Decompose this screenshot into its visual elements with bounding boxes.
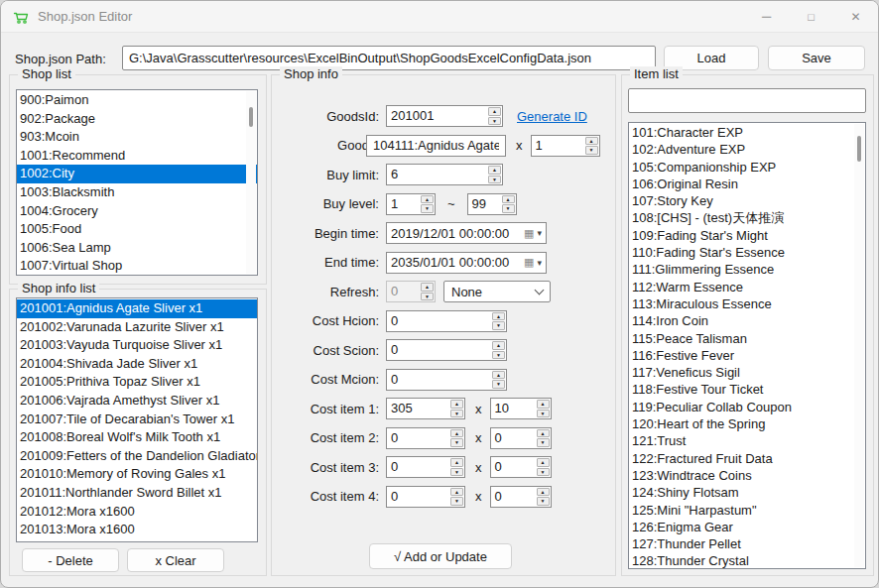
- list-item[interactable]: 1007:Virtual Shop: [17, 257, 257, 276]
- scrollbar-track[interactable]: [854, 124, 864, 567]
- list-item[interactable]: 124:Shiny Flotsam: [629, 484, 865, 501]
- spin-down-icon[interactable]: ▼: [537, 468, 550, 477]
- spin-down-icon[interactable]: ▼: [537, 410, 550, 418]
- list-item[interactable]: 1006:Sea Lamp: [17, 239, 257, 258]
- list-item[interactable]: 114:Iron Coin: [629, 312, 865, 329]
- spin-up-icon[interactable]: ▲: [492, 371, 505, 380]
- cost-item-4-count-spinner[interactable]: 0 ▲▼: [490, 486, 552, 508]
- spin-down-icon[interactable]: ▼: [492, 321, 505, 330]
- list-item[interactable]: 105:Companionship EXP: [629, 159, 865, 176]
- cost-item-3-id-spinner[interactable]: 0 ▲▼: [386, 456, 465, 478]
- list-item[interactable]: 201007:Tile of Decarabian's Tower x1: [17, 411, 257, 429]
- list-item[interactable]: 1003:Blacksmith: [17, 183, 257, 202]
- refresh-mode-dropdown[interactable]: None: [443, 281, 551, 302]
- list-item[interactable]: 108:[CHS] - (test)天体推演: [629, 209, 865, 226]
- spin-down-icon[interactable]: ▼: [450, 410, 463, 418]
- spin-up-icon[interactable]: ▲: [492, 341, 505, 350]
- list-item[interactable]: 201012:Mora x1600: [17, 503, 257, 522]
- cost-mcion-spinner[interactable]: 0 ▲▼: [386, 369, 507, 391]
- goodsid-spinner[interactable]: 201001 ▲▼: [386, 105, 503, 127]
- spin-up-icon[interactable]: ▲: [537, 429, 550, 438]
- list-item[interactable]: 201013:Mora x1600: [17, 521, 257, 539]
- buy-limit-spinner[interactable]: 6 ▲▼: [386, 164, 503, 185]
- dropdown-arrow-icon[interactable]: ▾: [537, 258, 542, 268]
- list-item[interactable]: 119:Peculiar Collab Coupon: [629, 399, 865, 415]
- list-item[interactable]: 110:Fading Star's Essence: [629, 244, 865, 261]
- list-item[interactable]: 127:Thunder Pellet: [629, 535, 865, 552]
- list-item[interactable]: 121:Trust: [629, 432, 865, 449]
- delete-button[interactable]: - Delete: [22, 548, 119, 572]
- goods-input[interactable]: [366, 135, 506, 157]
- list-item[interactable]: 1004:Grocery: [17, 202, 257, 221]
- maximize-button[interactable]: □: [789, 1, 833, 32]
- dropdown-arrow-icon[interactable]: ▾: [537, 228, 542, 238]
- buy-level-max-spinner[interactable]: 99 ▲▼: [467, 193, 517, 215]
- spin-up-icon[interactable]: ▲: [488, 166, 501, 175]
- spin-down-icon[interactable]: ▼: [537, 438, 550, 447]
- cost-hcion-spinner[interactable]: 0 ▲▼: [386, 310, 507, 332]
- spin-down-icon[interactable]: ▼: [502, 204, 515, 213]
- shop-listbox[interactable]: 900:Paimon902:Package903:Mcoin1001:Recom…: [16, 89, 258, 276]
- list-item[interactable]: 109:Fading Star's Might: [629, 227, 865, 244]
- scrollbar-thumb[interactable]: [249, 107, 253, 127]
- list-item[interactable]: 111:Glimmering Essence: [629, 261, 865, 278]
- list-item[interactable]: 112:Warm Essence: [629, 279, 865, 295]
- spin-down-icon[interactable]: ▼: [492, 380, 505, 389]
- list-item[interactable]: 122:Fractured Fruit Data: [629, 450, 865, 467]
- spin-down-icon[interactable]: ▼: [450, 497, 463, 506]
- spin-up-icon[interactable]: ▲: [537, 458, 550, 467]
- list-item[interactable]: 201005:Prithiva Topaz Sliver x1: [17, 373, 257, 392]
- spin-up-icon[interactable]: ▲: [488, 107, 501, 116]
- list-item[interactable]: 201010:Memory of Roving Gales x1: [17, 465, 257, 484]
- list-item[interactable]: 115:Peace Talisman: [629, 330, 865, 347]
- spin-up-icon[interactable]: ▲: [537, 488, 550, 497]
- cost-item-1-count-spinner[interactable]: 10 ▲▼: [490, 398, 552, 419]
- list-item[interactable]: 116:Festive Fever: [629, 347, 865, 364]
- spin-up-icon[interactable]: ▲: [421, 283, 434, 292]
- list-item[interactable]: 902:Package: [17, 110, 257, 129]
- shop-info-listbox[interactable]: 201001:Agnidus Agate Sliver x1201002:Var…: [16, 297, 258, 542]
- cost-item-2-count-spinner[interactable]: 0 ▲▼: [490, 427, 552, 449]
- list-item[interactable]: 201008:Boreal Wolf's Milk Tooth x1: [17, 428, 257, 447]
- generate-id-link[interactable]: Generate ID: [517, 109, 587, 124]
- list-item[interactable]: 201004:Shivada Jade Sliver x1: [17, 355, 257, 374]
- clear-button[interactable]: x Clear: [127, 548, 224, 572]
- spin-up-icon[interactable]: ▲: [585, 137, 598, 146]
- spin-down-icon[interactable]: ▼: [450, 468, 463, 477]
- spin-down-icon[interactable]: ▼: [492, 351, 505, 360]
- spin-up-icon[interactable]: ▲: [537, 400, 550, 409]
- list-item[interactable]: 125:Mini "Harpastum": [629, 502, 865, 519]
- spin-up-icon[interactable]: ▲: [492, 312, 505, 321]
- list-item[interactable]: 118:Festive Tour Ticket: [629, 381, 865, 398]
- title-bar[interactable]: Shop.json Editor ─ □ ✕: [1, 1, 878, 33]
- end-time-picker[interactable]: 2035/01/01 00:00:00 ▦ ▾: [386, 252, 547, 274]
- path-input[interactable]: [122, 46, 656, 70]
- list-item[interactable]: 201011:Northlander Sword Billet x1: [17, 484, 257, 503]
- cost-scion-spinner[interactable]: 0 ▲▼: [386, 339, 507, 361]
- close-button[interactable]: ✕: [833, 1, 878, 32]
- begin-time-picker[interactable]: 2019/12/01 00:00:00 ▦ ▾: [386, 222, 547, 244]
- list-item[interactable]: 900:Paimon: [17, 91, 257, 110]
- spin-up-icon[interactable]: ▲: [450, 458, 463, 467]
- spin-up-icon[interactable]: ▲: [450, 400, 463, 409]
- minimize-button[interactable]: ─: [744, 1, 789, 32]
- list-item[interactable]: 102:Adventure EXP: [629, 141, 865, 158]
- cost-item-1-id-spinner[interactable]: 305 ▲▼: [386, 398, 465, 419]
- cost-item-2-id-spinner[interactable]: 0 ▲▼: [386, 427, 465, 449]
- spin-down-icon[interactable]: ▼: [421, 204, 434, 213]
- list-item[interactable]: 101:Character EXP: [629, 124, 865, 141]
- list-item[interactable]: 120:Heart of the Spring: [629, 415, 865, 432]
- spin-down-icon[interactable]: ▼: [488, 176, 501, 184]
- cost-item-4-id-spinner[interactable]: 0 ▲▼: [386, 486, 465, 508]
- spin-down-icon[interactable]: ▼: [421, 293, 434, 301]
- list-item[interactable]: 201001:Agnidus Agate Sliver x1: [17, 299, 257, 318]
- list-item[interactable]: 1001:Recommend: [17, 147, 257, 166]
- buy-level-min-spinner[interactable]: 1 ▲▼: [386, 193, 436, 215]
- list-item[interactable]: 1005:Food: [17, 220, 257, 239]
- scrollbar-track[interactable]: [246, 91, 256, 274]
- list-item[interactable]: 903:Mcoin: [17, 128, 257, 147]
- list-item[interactable]: 126:Enigma Gear: [629, 519, 865, 535]
- spin-up-icon[interactable]: ▲: [450, 488, 463, 497]
- cost-item-3-count-spinner[interactable]: 0 ▲▼: [490, 456, 552, 478]
- list-item[interactable]: 128:Thunder Crystal: [629, 552, 865, 569]
